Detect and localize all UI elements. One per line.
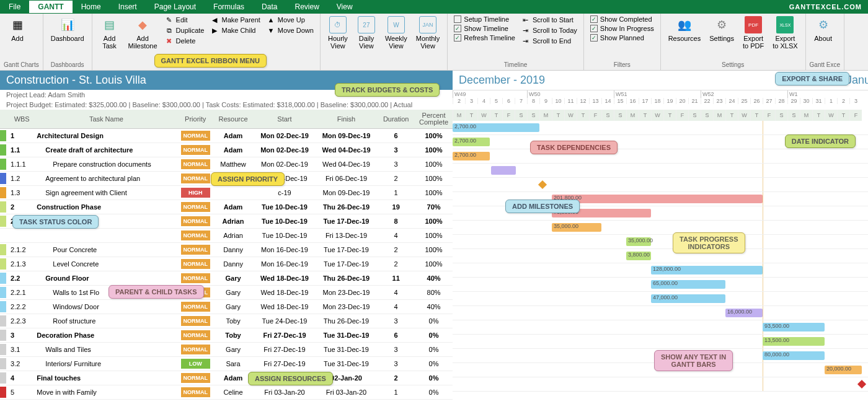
- col-priority[interactable]: Priority: [179, 110, 213, 129]
- table-row[interactable]: 1.3Sign agreement with ClientHIGHc-19Mon…: [0, 186, 453, 200]
- move-up-button[interactable]: ▲Move Up: [264, 15, 316, 25]
- day-of-week: W: [738, 110, 750, 121]
- day-number: 28: [775, 98, 787, 104]
- gantt-bar[interactable]: 20,000.00: [825, 366, 862, 374]
- table-row[interactable]: 3.1Walls and TilesNORMALGaryFri 27-Dec-1…: [0, 343, 453, 357]
- resources-button[interactable]: 👥Resources: [665, 15, 705, 43]
- gantt-bar[interactable]: 2,700.00: [453, 123, 539, 132]
- milestone-marker[interactable]: [538, 180, 547, 189]
- col-task[interactable]: Task Name: [34, 110, 178, 129]
- table-row[interactable]: 1.1Create draft of architectureNORMALAda…: [0, 143, 453, 157]
- table-row[interactable]: 2.2.3Roof structureNORMALTobyTue 24-Dec-…: [0, 314, 453, 328]
- scroll-start-button[interactable]: ⇤Scroll to Start: [519, 15, 580, 25]
- gantt-bar[interactable]: 2,700.00: [453, 152, 490, 160]
- make-child-button[interactable]: ▶Make Child: [208, 25, 262, 35]
- export-xlsx-button[interactable]: XLSXExport to XLSX: [769, 15, 801, 51]
- col-wbs[interactable]: WBS: [7, 110, 34, 129]
- col-duration[interactable]: Duration: [377, 110, 415, 129]
- gantt-bar[interactable]: 65,000.00: [651, 280, 725, 289]
- scroll-today-button[interactable]: ⇥Scroll to Today: [519, 25, 580, 35]
- gantt-bar[interactable]: [491, 166, 516, 175]
- show-planned-check[interactable]: ✓Show Planned: [588, 33, 657, 42]
- duplicate-icon: ⧉: [165, 26, 174, 35]
- table-row[interactable]: 2Construction PhaseNORMALAdamTue 10-Dec-…: [0, 200, 453, 214]
- table-row[interactable]: 1.1.1Prepare construction documentsNORMA…: [0, 157, 453, 172]
- gantt-row: 128,000.00: [453, 263, 868, 278]
- add-chart-button[interactable]: ▦Add: [4, 15, 31, 43]
- show-timeline-check[interactable]: ✓Show Timeline: [451, 24, 518, 33]
- monthly-view-button[interactable]: JANMonthly View: [412, 15, 444, 51]
- gantt-bar[interactable]: 35,000.00: [626, 237, 651, 246]
- show-completed-check[interactable]: ✓Show Completed: [588, 15, 657, 24]
- table-row[interactable]: 2.2Ground FloorNORMALGaryWed 18-Dec-19Th…: [0, 271, 453, 286]
- edit-button[interactable]: ✎Edit: [162, 15, 207, 25]
- show-inprogress-check[interactable]: ✓Show In Progress: [588, 24, 657, 33]
- make-parent-button[interactable]: ◀Make Parent: [208, 15, 262, 25]
- gantt-bar[interactable]: 3,800.00: [626, 252, 651, 260]
- xlsx-icon: XLSX: [776, 16, 794, 33]
- gantt-bar[interactable]: 35,000.00: [552, 223, 601, 232]
- about-button[interactable]: ⚙About: [810, 15, 837, 43]
- tab-review[interactable]: Review: [286, 1, 327, 13]
- setup-timeline-check[interactable]: Setup Timeline: [451, 15, 518, 24]
- table-row[interactable]: 4Final touchesNORMALAdam02-Jan-2020%: [0, 371, 453, 385]
- tab-view[interactable]: View: [328, 1, 361, 13]
- tab-home[interactable]: Home: [73, 1, 110, 13]
- table-row[interactable]: 2.1.3Level ConcreteNORMALDannyMon 16-Dec…: [0, 257, 453, 271]
- gantt-bar[interactable]: 2,700.00: [453, 138, 490, 146]
- gantt-bar[interactable]: 128,000.00: [651, 266, 763, 274]
- timeline-month-next: Janu: [846, 74, 868, 87]
- gantt-bar[interactable]: 16,000.00: [725, 309, 763, 317]
- tab-data[interactable]: Data: [253, 1, 286, 13]
- col-start[interactable]: Start: [254, 110, 316, 129]
- callout-status-color: TASK STATUS COLOR: [12, 215, 99, 229]
- duplicate-button[interactable]: ⧉Duplicate: [162, 25, 207, 35]
- table-row[interactable]: 2.1.2Pour ConcreteNORMALDannyMon 16-Dec-…: [0, 243, 453, 257]
- callout-parent-child: PARENT & CHILD TASKS: [108, 285, 204, 299]
- gantt-bar[interactable]: 13,500.00: [763, 337, 825, 346]
- move-down-button[interactable]: ▼Move Down: [264, 25, 316, 35]
- day-number: 8: [527, 98, 539, 104]
- scroll-today-icon: ⇥: [521, 26, 530, 35]
- refresh-timeline-check[interactable]: ✓Refresh Timeline: [451, 33, 518, 42]
- tab-formulas[interactable]: Formulas: [205, 1, 253, 13]
- table-row[interactable]: 3Decoration PhaseNORMALTobyFri 27-Dec-19…: [0, 328, 453, 343]
- hourly-view-button[interactable]: ⏱Hourly View: [324, 15, 352, 51]
- scroll-end-button[interactable]: ⇥Scroll to End: [519, 36, 580, 46]
- dashboard-icon: 📊: [59, 16, 76, 33]
- add-task-button[interactable]: ▤Add Task: [96, 15, 123, 51]
- settings-button[interactable]: ⚙Settings: [706, 15, 738, 43]
- table-row[interactable]: 2.2.1Walls to 1st FloNORMALGaryWed 18-De…: [0, 286, 453, 300]
- delete-button[interactable]: ✖Delete: [162, 36, 207, 46]
- gantt-bar[interactable]: 47,000.00: [651, 294, 725, 303]
- tab-page-layout[interactable]: Page Layout: [146, 1, 205, 13]
- dashboard-button[interactable]: 📊Dashboard: [47, 15, 88, 43]
- daily-view-button[interactable]: 27Daily View: [353, 15, 380, 51]
- col-finish[interactable]: Finish: [316, 110, 378, 129]
- milestone-marker[interactable]: [857, 380, 866, 389]
- table-row[interactable]: 1Architectural DesignNORMALAdamMon 02-De…: [0, 129, 453, 143]
- col-percent[interactable]: Percent Complete: [415, 110, 453, 129]
- export-pdf-button[interactable]: PDFExport to PDF: [739, 15, 768, 51]
- gantt-row: [453, 377, 868, 392]
- gantt-bar[interactable]: 93,500.00: [763, 323, 825, 332]
- week-label: W49: [453, 90, 527, 98]
- group-timeline: Timeline: [451, 61, 580, 69]
- day-number: 14: [601, 98, 614, 104]
- tab-gantt[interactable]: GANTT: [29, 1, 72, 13]
- gantt-bar[interactable]: 80,000.00: [763, 351, 825, 360]
- col-resource[interactable]: Resource: [213, 110, 254, 129]
- add-milestone-button[interactable]: ◆Add Milestone: [125, 15, 161, 51]
- table-row[interactable]: NORMALAdrianTue 10-Dec-19Fri 13-Dec-1941…: [0, 229, 453, 243]
- tab-file[interactable]: File: [0, 1, 29, 13]
- brand-text: GANTTEXCEL.COM: [789, 3, 868, 11]
- weekly-view-button[interactable]: WWeekly View: [381, 15, 411, 51]
- day-of-week: T: [812, 110, 825, 121]
- table-row[interactable]: 5Move in with FamilyNORMALCelineFri 03-J…: [0, 385, 453, 400]
- day-of-week: W: [477, 110, 490, 121]
- gantt-bar[interactable]: 201,800.00: [552, 195, 763, 203]
- tab-insert[interactable]: Insert: [110, 1, 146, 13]
- day-number: 17: [639, 98, 651, 104]
- table-row[interactable]: 3.2Interiors/ FurnitureLOWSaraFri 27-Dec…: [0, 357, 453, 371]
- table-row[interactable]: 2.2.2Windows/ DoorNORMALGaryWed 18-Dec-1…: [0, 300, 453, 314]
